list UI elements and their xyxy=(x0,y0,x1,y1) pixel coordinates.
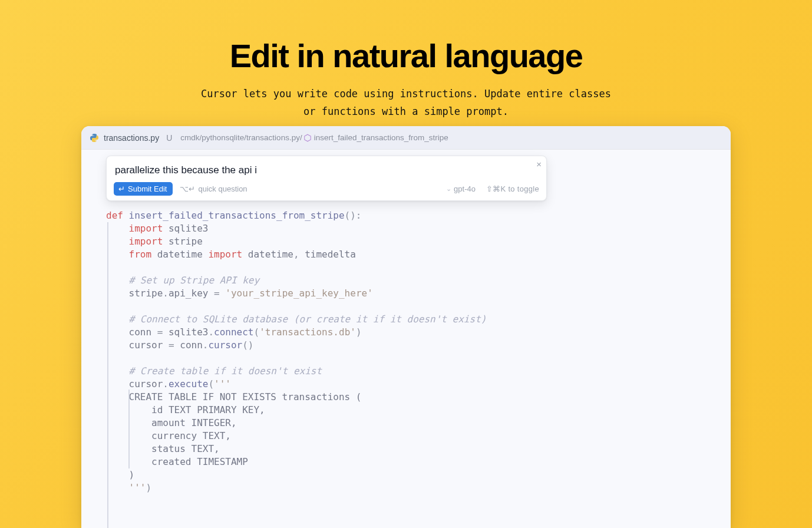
tab-modified-marker: U xyxy=(166,133,172,143)
code-block: def insert_failed_transactions_from_stri… xyxy=(106,209,731,494)
function-icon xyxy=(303,134,312,142)
breadcrumb-function: insert_failed_transactions_from_stripe xyxy=(314,133,448,142)
editor-window: transactions.py U cmdk/pythonsqlite/tran… xyxy=(81,126,731,528)
code-editor[interactable]: def insert_failed_transactions_from_stri… xyxy=(81,201,731,528)
model-label: gpt-4o xyxy=(454,184,476,193)
close-icon[interactable]: × xyxy=(536,160,542,169)
chevron-down-icon: ⌄ xyxy=(446,185,451,193)
indent-guide xyxy=(107,222,108,528)
quick-question-button[interactable]: ⌥↵ quick question xyxy=(180,184,247,193)
prompt-toolbar: ↵ Submit Edit ⌥↵ quick question ⌄ gpt-4o… xyxy=(114,182,539,196)
toggle-hint: ⇧⌘K to toggle xyxy=(486,184,539,193)
enter-icon: ↵ xyxy=(118,185,125,193)
python-icon xyxy=(90,133,99,143)
indent-guide xyxy=(128,390,130,468)
hero-title: Edit in natural language xyxy=(0,37,812,75)
quick-question-kbd: ⌥↵ xyxy=(180,184,195,193)
breadcrumb[interactable]: cmdk/pythonsqlite/transactions.py/ inser… xyxy=(180,133,448,142)
submit-label: Submit Edit xyxy=(128,184,167,193)
prompt-input[interactable] xyxy=(114,162,539,182)
hero-section: Edit in natural language Cursor lets you… xyxy=(0,0,812,121)
tab-filename[interactable]: transactions.py xyxy=(104,133,159,143)
model-picker[interactable]: ⌄ gpt-4o xyxy=(446,184,476,193)
prompt-panel: × ↵ Submit Edit ⌥↵ quick question ⌄ gpt-… xyxy=(106,156,547,201)
hero-subtitle: Cursor lets you write code using instruc… xyxy=(194,85,618,121)
submit-edit-button[interactable]: ↵ Submit Edit xyxy=(114,182,173,196)
quick-question-label: quick question xyxy=(198,184,247,193)
tab-bar: transactions.py U cmdk/pythonsqlite/tran… xyxy=(81,126,731,150)
breadcrumb-path: cmdk/pythonsqlite/transactions.py/ xyxy=(180,133,302,142)
